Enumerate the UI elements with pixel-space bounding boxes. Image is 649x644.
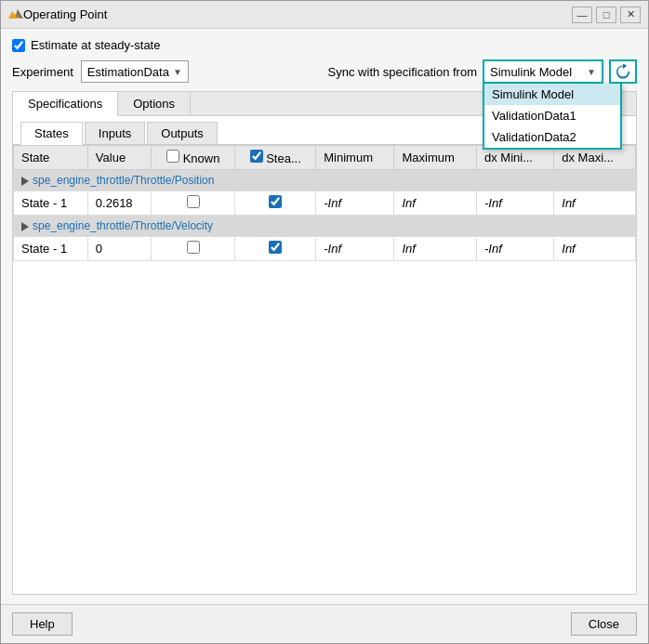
inner-tab-states[interactable]: States bbox=[20, 122, 83, 145]
col-steady: Stea... bbox=[235, 146, 316, 170]
sync-dropdown-chevron: ▼ bbox=[587, 67, 596, 77]
sync-dropdown[interactable]: Simulink Model ▼ bbox=[483, 59, 603, 84]
experiment-sync-row: Experiment EstimationData ▼ Sync with sp… bbox=[12, 59, 637, 84]
sync-row: Sync with specification from Simulink Mo… bbox=[328, 59, 637, 84]
cell-maximum: Inf bbox=[394, 191, 477, 216]
main-content: Estimate at steady-state Experiment Esti… bbox=[1, 29, 648, 604]
steady-header-label: Stea... bbox=[266, 151, 301, 165]
steady-state-checkbox[interactable] bbox=[12, 39, 25, 52]
tab-options[interactable]: Options bbox=[118, 92, 191, 115]
cell-dxmin: -Inf bbox=[476, 191, 553, 216]
inner-tab-outputs[interactable]: Outputs bbox=[147, 122, 218, 144]
sync-dropdown-wrapper: Simulink Model ▼ Simulink Model Validati… bbox=[483, 59, 603, 84]
experiment-dropdown-value: EstimationData bbox=[87, 65, 169, 79]
group-link[interactable]: spe_engine_throttle/Throttle/Position bbox=[33, 174, 214, 187]
cell-steady bbox=[235, 191, 316, 216]
specs-options-tabs: Specifications Options States Inputs Out… bbox=[12, 91, 637, 595]
table-group-row: spe_engine_throttle/Throttle/Velocity bbox=[14, 216, 636, 237]
known-header-label: Known bbox=[183, 151, 220, 165]
cell-dxmax: Inf bbox=[554, 237, 636, 261]
experiment-dropdown[interactable]: EstimationData ▼ bbox=[81, 60, 189, 83]
operating-point-window: Operating Point — □ ✕ Estimate at steady… bbox=[0, 0, 649, 644]
expand-triangle bbox=[21, 177, 29, 186]
sync-option-validation1[interactable]: ValidationData1 bbox=[484, 105, 620, 126]
maximize-button[interactable]: □ bbox=[596, 7, 616, 23]
cell-state: State - 1 bbox=[14, 191, 88, 216]
cell-steady-checkbox[interactable] bbox=[269, 241, 282, 254]
footer: Help Close bbox=[1, 604, 648, 643]
cell-known bbox=[152, 237, 235, 261]
refresh-icon bbox=[616, 64, 630, 79]
steady-state-row: Estimate at steady-state bbox=[12, 38, 637, 52]
cell-known-checkbox[interactable] bbox=[187, 241, 200, 254]
table-group-row: spe_engine_throttle/Throttle/Position bbox=[14, 170, 636, 191]
sync-dropdown-menu: Simulink Model ValidationData1 Validatio… bbox=[483, 84, 622, 150]
known-header-checkbox[interactable] bbox=[166, 150, 179, 163]
title-bar: Operating Point — □ ✕ bbox=[1, 1, 648, 29]
steady-state-label: Estimate at steady-state bbox=[31, 38, 160, 52]
table-row: State - 10-InfInf-InfInf bbox=[14, 237, 636, 261]
cell-maximum: Inf bbox=[394, 237, 477, 261]
help-button[interactable]: Help bbox=[12, 612, 73, 636]
sync-option-simulink[interactable]: Simulink Model bbox=[484, 84, 620, 105]
col-maximum: Maximum bbox=[394, 146, 477, 170]
states-table: State Value Known Stea... Minimum bbox=[13, 145, 636, 261]
tab-specifications[interactable]: Specifications bbox=[13, 92, 118, 116]
col-value: Value bbox=[87, 146, 152, 170]
col-minimum: Minimum bbox=[316, 146, 394, 170]
cell-steady-checkbox[interactable] bbox=[269, 195, 282, 208]
cell-known bbox=[152, 191, 235, 216]
experiment-label: Experiment bbox=[12, 65, 73, 79]
table-row: State - 10.2618-InfInf-InfInf bbox=[14, 191, 636, 216]
minimize-button[interactable]: — bbox=[572, 7, 592, 23]
cell-steady bbox=[235, 237, 316, 261]
cell-minimum: -Inf bbox=[316, 191, 394, 216]
table-body: spe_engine_throttle/Throttle/PositionSta… bbox=[14, 170, 636, 261]
sync-dropdown-value: Simulink Model bbox=[490, 65, 583, 79]
refresh-button[interactable] bbox=[609, 59, 637, 84]
steady-header-checkbox[interactable] bbox=[250, 150, 263, 163]
cell-value: 0.2618 bbox=[87, 191, 152, 216]
inner-tab-inputs[interactable]: Inputs bbox=[85, 122, 145, 144]
expand-triangle bbox=[21, 222, 29, 231]
cell-minimum: -Inf bbox=[316, 237, 394, 261]
cell-dxmax: Inf bbox=[554, 191, 636, 216]
cell-state: State - 1 bbox=[14, 237, 88, 261]
states-table-area: State Value Known Stea... Minimum bbox=[13, 145, 636, 594]
cell-value: 0 bbox=[87, 237, 152, 261]
window-title: Operating Point bbox=[23, 7, 572, 21]
col-known: Known bbox=[152, 146, 235, 170]
close-window-button[interactable]: ✕ bbox=[620, 7, 641, 23]
cell-known-checkbox[interactable] bbox=[187, 195, 200, 208]
title-bar-buttons: — □ ✕ bbox=[572, 7, 641, 23]
experiment-dropdown-arrow: ▼ bbox=[173, 67, 182, 77]
col-state: State bbox=[14, 146, 88, 170]
group-link[interactable]: spe_engine_throttle/Throttle/Velocity bbox=[33, 219, 213, 232]
matlab-icon bbox=[8, 7, 23, 22]
sync-option-validation2[interactable]: ValidationData2 bbox=[484, 126, 620, 148]
sync-label: Sync with specification from bbox=[328, 65, 477, 79]
cell-dxmin: -Inf bbox=[476, 237, 553, 261]
close-button[interactable]: Close bbox=[571, 612, 637, 636]
experiment-row: Experiment EstimationData ▼ bbox=[12, 60, 189, 83]
